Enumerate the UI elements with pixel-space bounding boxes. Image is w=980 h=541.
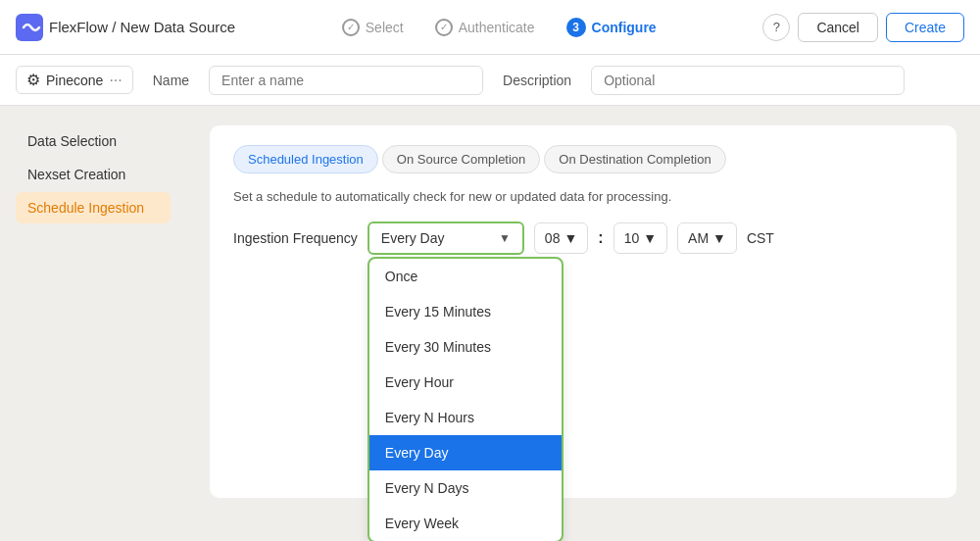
ampm-select[interactable]: AM ▼ <box>677 222 737 254</box>
main-content: Data Selection Nexset Creation Schedule … <box>0 106 980 541</box>
create-button[interactable]: Create <box>886 13 964 42</box>
config-panel: Scheduled Ingestion On Source Completion… <box>210 125 956 498</box>
tab-source-completion[interactable]: On Source Completion <box>382 145 541 173</box>
minute-select[interactable]: 10 ▼ <box>613 222 667 254</box>
freq-option-every-n-hours[interactable]: Every N Hours <box>369 400 562 435</box>
hour-select[interactable]: 08 ▼ <box>534 222 588 254</box>
source-badge: ⚙ Pinecone ··· <box>16 66 133 94</box>
hour-value: 08 <box>545 230 561 246</box>
freq-option-every-day[interactable]: Every Day <box>369 435 562 470</box>
sidebar: Data Selection Nexset Creation Schedule … <box>0 106 186 541</box>
step-configure-label: Configure <box>592 20 657 35</box>
flexflow-logo-icon <box>16 14 43 41</box>
chevron-down-icon: ▼ <box>499 231 511 245</box>
freq-option-every-30-min[interactable]: Every 30 Minutes <box>369 329 562 365</box>
hour-chevron-icon: ▼ <box>564 230 577 246</box>
frequency-dropdown-menu: Once Every 15 Minutes Every 30 Minutes E… <box>368 257 564 541</box>
ingestion-tabs: Scheduled Ingestion On Source Completion… <box>233 145 933 173</box>
step-authenticate-label: Authenticate <box>459 20 535 35</box>
description-input[interactable] <box>591 66 905 95</box>
step-select-check: ✓ <box>342 19 360 36</box>
pinecone-icon: ⚙ <box>26 71 40 89</box>
step-configure-num: 3 <box>566 18 586 37</box>
freq-option-every-n-days[interactable]: Every N Days <box>369 470 562 506</box>
top-actions: ? Cancel Create <box>762 13 964 42</box>
sidebar-item-schedule-ingestion[interactable]: Schedule Ingestion <box>16 192 171 223</box>
ampm-value: AM <box>688 230 709 246</box>
freq-option-every-hour[interactable]: Every Hour <box>369 365 562 400</box>
help-button[interactable]: ? <box>762 14 790 41</box>
frequency-label: Ingestion Frequency <box>233 230 358 246</box>
name-bar: ⚙ Pinecone ··· Name Description <box>0 55 980 106</box>
frequency-dropdown-trigger[interactable]: Every Day ▼ <box>368 221 524 255</box>
source-name: Pinecone <box>46 73 103 88</box>
frequency-selected-value: Every Day <box>381 230 445 246</box>
more-options-icon[interactable]: ··· <box>109 72 122 89</box>
sidebar-item-nexset-creation[interactable]: Nexset Creation <box>16 159 171 190</box>
freq-option-every-week[interactable]: Every Week <box>369 506 562 541</box>
freq-option-every-15-min[interactable]: Every 15 Minutes <box>369 294 562 329</box>
ampm-chevron-icon: ▼ <box>712 230 726 246</box>
name-input[interactable] <box>209 66 483 95</box>
tab-destination-completion[interactable]: On Destination Completion <box>544 145 725 173</box>
sidebar-item-data-selection[interactable]: Data Selection <box>16 125 171 157</box>
freq-option-once[interactable]: Once <box>369 259 562 294</box>
minute-chevron-icon: ▼ <box>643 230 657 246</box>
step-authenticate[interactable]: ✓ Authenticate <box>435 19 535 36</box>
logo-area: FlexFlow / New Data Source <box>16 14 235 41</box>
name-label: Name <box>153 73 189 88</box>
step-configure[interactable]: 3 Configure <box>566 18 657 37</box>
step-authenticate-check: ✓ <box>435 19 453 36</box>
content-area: Scheduled Ingestion On Source Completion… <box>186 106 980 541</box>
step-select[interactable]: ✓ Select <box>342 19 404 36</box>
timezone-label: CST <box>747 230 774 246</box>
schedule-description: Set a schedule to automatically check fo… <box>233 189 933 204</box>
time-separator: : <box>598 229 603 247</box>
tab-scheduled-ingestion[interactable]: Scheduled Ingestion <box>233 145 378 173</box>
minute-value: 10 <box>624 230 640 246</box>
breadcrumb: FlexFlow / New Data Source <box>49 19 235 35</box>
frequency-dropdown-container: Every Day ▼ Once Every 15 Minutes Every … <box>368 221 524 255</box>
step-select-label: Select <box>366 20 404 35</box>
frequency-row: Ingestion Frequency Every Day ▼ Once Eve… <box>233 221 933 255</box>
cancel-button[interactable]: Cancel <box>798 13 878 42</box>
wizard-steps: ✓ Select ✓ Authenticate 3 Configure <box>251 18 747 37</box>
description-label: Description <box>503 73 571 88</box>
top-bar: FlexFlow / New Data Source ✓ Select ✓ Au… <box>0 0 980 55</box>
